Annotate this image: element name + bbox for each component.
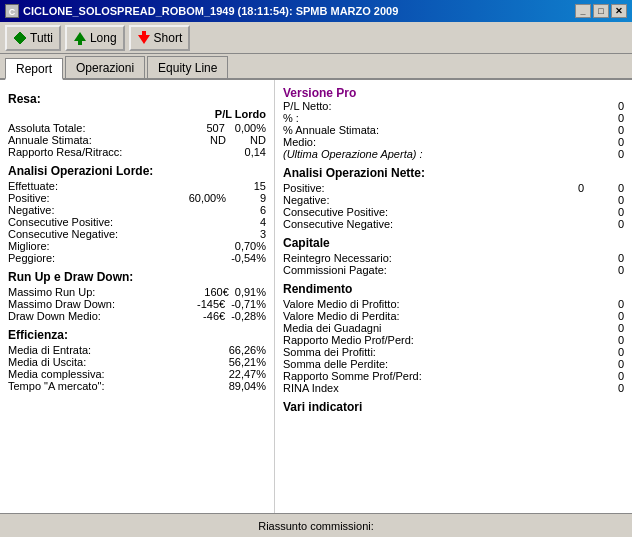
complessiva-label: Media complessiva: bbox=[8, 368, 105, 380]
neg-nette-label: Negative: bbox=[283, 194, 329, 206]
massimo-draw-row: Massimo Draw Down: -145€ -0,71% bbox=[8, 298, 266, 310]
negative-lorde-label: Negative: bbox=[8, 204, 54, 216]
maximize-button[interactable]: □ bbox=[593, 4, 609, 18]
rapporto-prof-perd-label: Rapporto Medio Prof/Perd: bbox=[283, 334, 414, 346]
short-label: Short bbox=[154, 31, 183, 45]
assoluta-label: Assoluta Totale: bbox=[8, 122, 85, 134]
cons-pos-lorde-row: Consecutive Positive: 4 bbox=[8, 216, 266, 228]
resa-section: Resa: P/L Lordo Assoluta Totale: 507 0,0… bbox=[8, 92, 266, 158]
toolbar: Tutti Long Short bbox=[0, 22, 632, 54]
val-medio-profitto-label: Valore Medio di Profitto: bbox=[283, 298, 400, 310]
positive-lorde-pct: 60,00% bbox=[189, 192, 226, 204]
reintegro-value: 0 bbox=[594, 252, 624, 264]
left-panel: Resa: P/L Lordo Assoluta Totale: 507 0,0… bbox=[0, 80, 275, 513]
pct-annuale-label: % Annuale Stimata: bbox=[283, 124, 379, 136]
svg-rect-2 bbox=[78, 41, 82, 45]
val-medio-perdita-label: Valore Medio di Perdita: bbox=[283, 310, 400, 322]
somma-profitti-value: 0 bbox=[594, 346, 624, 358]
medio-label: Medio: bbox=[283, 136, 316, 148]
tab-equity-line[interactable]: Equity Line bbox=[147, 56, 228, 78]
cons-neg-lorde-label: Consecutive Negative: bbox=[8, 228, 118, 240]
massimo-run-label: Massimo Run Up: bbox=[8, 286, 95, 298]
svg-marker-1 bbox=[74, 32, 86, 41]
massimo-draw-label: Massimo Draw Down: bbox=[8, 298, 115, 310]
effettuate-value: 15 bbox=[236, 180, 266, 192]
annuale-row: Annuale Stimata: ND ND bbox=[8, 134, 266, 146]
pl-netto-row: P/L Netto: 0 bbox=[283, 100, 624, 112]
cons-pos-nette-value: 0 bbox=[594, 206, 624, 218]
complessiva-value: 22,47% bbox=[229, 368, 266, 380]
rapporto-prof-perd-value: 0 bbox=[594, 334, 624, 346]
pct-annuale-row: % Annuale Stimata: 0 bbox=[283, 124, 624, 136]
somma-perdite-row: Somma delle Perdite: 0 bbox=[283, 358, 624, 370]
svg-rect-4 bbox=[142, 31, 146, 35]
tabs-bar: Report Operazioni Equity Line bbox=[0, 54, 632, 80]
cons-pos-nette-label: Consecutive Positive: bbox=[283, 206, 388, 218]
ultima-row: (Ultima Operazione Aperta) : 0 bbox=[283, 148, 624, 160]
arrow-up-icon bbox=[73, 31, 87, 45]
right-panel: Versione Pro P/L Netto: 0 % : 0 % Annual… bbox=[275, 80, 632, 513]
pos-nette-row: Positive: 0 0 bbox=[283, 182, 624, 194]
draw-medio-val2: -0,28% bbox=[231, 310, 266, 322]
rendimento-section: Rendimento Valore Medio di Profitto: 0 V… bbox=[283, 282, 624, 394]
commissioni-value: 0 bbox=[594, 264, 624, 276]
capitale-title: Capitale bbox=[283, 236, 624, 250]
positive-lorde-value: 9 bbox=[236, 192, 266, 204]
short-button[interactable]: Short bbox=[129, 25, 191, 51]
val-medio-profitto-row: Valore Medio di Profitto: 0 bbox=[283, 298, 624, 310]
effettuate-label: Effettuate: bbox=[8, 180, 58, 192]
rapporto-label: Rapporto Resa/Ritracc: bbox=[8, 146, 122, 158]
positive-lorde-label: Positive: bbox=[8, 192, 50, 204]
annuale-pct: ND bbox=[236, 134, 266, 146]
draw-medio-val1: -46€ bbox=[195, 310, 225, 322]
pl-netto-value: 0 bbox=[594, 100, 624, 112]
window-title: CICLONE_SOLOSPREAD_ROBOM_1949 (18:11:54)… bbox=[23, 5, 398, 17]
vari-title: Vari indicatori bbox=[283, 400, 624, 414]
analisi-lorde-section: Analisi Operazioni Lorde: Effettuate: 15… bbox=[8, 164, 266, 264]
entrata-row: Media di Entrata: 66,26% bbox=[8, 344, 266, 356]
negative-lorde-row: Negative: 6 bbox=[8, 204, 266, 216]
media-guadagni-value: 0 bbox=[594, 322, 624, 334]
tempo-label: Tempo "A mercato": bbox=[8, 380, 104, 392]
media-guadagni-label: Media dei Guadagni bbox=[283, 322, 381, 334]
title-bar-controls[interactable]: _ □ ✕ bbox=[575, 4, 627, 18]
peggiore-value: -0,54% bbox=[231, 252, 266, 264]
svg-marker-0 bbox=[14, 32, 26, 44]
status-bar: Riassunto commissioni: bbox=[0, 513, 632, 537]
pct-label: % : bbox=[283, 112, 299, 124]
tab-operazioni[interactable]: Operazioni bbox=[65, 56, 145, 78]
entrata-label: Media di Entrata: bbox=[8, 344, 91, 356]
cons-neg-nette-label: Consecutive Negative: bbox=[283, 218, 393, 230]
uscita-label: Media di Uscita: bbox=[8, 356, 86, 368]
arrow-down-icon bbox=[137, 31, 151, 45]
pct-annuale-value: 0 bbox=[594, 124, 624, 136]
svg-marker-3 bbox=[138, 35, 150, 44]
rina-row: RINA Index 0 bbox=[283, 382, 624, 394]
minimize-button[interactable]: _ bbox=[575, 4, 591, 18]
tab-report[interactable]: Report bbox=[5, 58, 63, 80]
resa-title: Resa: bbox=[8, 92, 266, 106]
assoluta-value: 507 bbox=[195, 122, 225, 134]
commissioni-row: Commissioni Pagate: 0 bbox=[283, 264, 624, 276]
annuale-label: Annuale Stimata: bbox=[8, 134, 92, 146]
peggiore-label: Peggiore: bbox=[8, 252, 55, 264]
close-button[interactable]: ✕ bbox=[611, 4, 627, 18]
somma-perdite-label: Somma delle Perdite: bbox=[283, 358, 388, 370]
massimo-draw-val1: -145€ bbox=[195, 298, 225, 310]
medio-row: Medio: 0 bbox=[283, 136, 624, 148]
cons-neg-lorde-row: Consecutive Negative: 3 bbox=[8, 228, 266, 240]
cons-pos-lorde-label: Consecutive Positive: bbox=[8, 216, 113, 228]
assoluta-row: Assoluta Totale: 507 0,00% bbox=[8, 122, 266, 134]
ultima-label: (Ultima Operazione Aperta) : bbox=[283, 148, 423, 160]
long-button[interactable]: Long bbox=[65, 25, 125, 51]
diamond-icon bbox=[13, 31, 27, 45]
efficienza-title: Efficienza: bbox=[8, 328, 266, 342]
commissioni-label: Commissioni Pagate: bbox=[283, 264, 387, 276]
effettuate-row: Effettuate: 15 bbox=[8, 180, 266, 192]
rapporto-value: 0,14 bbox=[236, 146, 266, 158]
val-medio-perdita-value: 0 bbox=[594, 310, 624, 322]
migliore-row: Migliore: 0,70% bbox=[8, 240, 266, 252]
val-medio-profitto-value: 0 bbox=[594, 298, 624, 310]
title-bar: C CICLONE_SOLOSPREAD_ROBOM_1949 (18:11:5… bbox=[0, 0, 632, 22]
tutti-button[interactable]: Tutti bbox=[5, 25, 61, 51]
